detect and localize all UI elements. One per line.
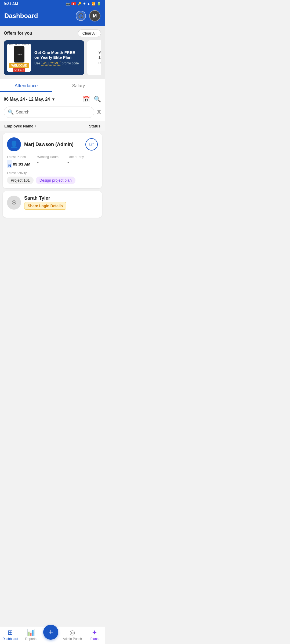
clear-all-button[interactable]: Clear All [78,30,101,37]
filter-icon[interactable]: ⧖ [97,109,101,116]
employee-card-sarah: S Sarah Tyler Share Login Details [3,191,102,218]
avatar-sarah: S [7,196,21,210]
table-header: Employee Name ↓ Status [0,121,105,131]
tag-design-project[interactable]: Design project plan [36,177,75,184]
finger-tap-icon: ☞ [89,141,94,148]
offer-badge: OFFER [13,68,25,72]
offer-phone-mockup: 10:00 [14,46,24,63]
offer-card-text: Get One Month FREE on Yearly Elite Plan … [34,50,79,65]
date-range-value: 06 May, 24 - 12 May, 24 [4,97,50,102]
avatar-letter: M [93,13,97,19]
offers-scroll: FOR LIMITED PERIOD 10:00 WELCOME OFFER G… [4,40,101,77]
activity-tags: Project 101 Design project plan [7,177,98,184]
header: Dashboard 🎧 M [0,8,105,26]
status-icons: 📷 ▶ 🔑 ✦ ▲ 📶 🔋 [66,2,101,6]
offer-badge-top: FOR LIMITED PERIOD [9,44,29,46]
offers-section: Offers for you Clear All FOR LIMITED PER… [0,26,105,79]
tabs-section: Attendance Salary [0,79,105,92]
record-icon: ▶ [71,2,76,5]
search-row: 🔍 ⧖ [0,105,105,121]
tab-salary[interactable]: Salary [52,79,105,92]
card-name-row: 👤 Marj Dawson (Admin) [7,137,74,151]
tab-attendance[interactable]: Attendance [0,79,52,92]
search-input[interactable] [16,110,90,115]
punch-button-marj[interactable]: ☞ [85,138,98,151]
signal-icon: ▲ [87,2,90,6]
offer-line1: Get One Month FREE on Yearly Elite Plan [34,50,79,60]
offer-card-1[interactable]: FOR LIMITED PERIOD 10:00 WELCOME OFFER G… [4,40,84,75]
promo-code: WELCOME [41,61,61,66]
stat-late-early: Late / Early - [67,155,98,168]
column-employee: Employee Name ↓ [4,124,36,128]
stat-latest-punch: Latest Punch →IN 09:03 AM [7,155,37,168]
card-stats: Latest Punch →IN 09:03 AM Working Hours … [7,155,98,168]
page-title: Dashboard [4,12,38,20]
header-icons: 🎧 M [76,10,100,21]
card-top: 👤 Marj Dawson (Admin) ☞ [7,137,98,151]
share-login-badge[interactable]: Share Login Details [24,202,66,210]
search-box: 🔍 [4,107,94,118]
status-time: 9:21 AM [4,2,18,6]
sort-down-icon: ↓ [35,124,36,128]
chevron-down-icon: ▼ [52,97,55,101]
offer-card-2[interactable]: Yo 13 us [87,40,101,75]
punch-value: →IN 09:03 AM [7,160,37,168]
employee-list: 👤 Marj Dawson (Admin) ☞ Latest Punch →IN… [0,131,105,242]
offer2-text: Yo 13 us [99,50,101,66]
punch-in-badge: →IN [7,160,12,168]
offers-title: Offers for you [4,31,32,36]
tag-project101[interactable]: Project 101 [7,177,34,184]
date-row: 06 May, 24 - 12 May, 24 ▼ 📅 🔍 [0,92,105,105]
column-status: Status [89,124,100,128]
employee-card-marj: 👤 Marj Dawson (Admin) ☞ Latest Punch →IN… [3,133,102,188]
card-top-sarah: S Sarah Tyler Share Login Details [7,195,98,210]
date-range-selector[interactable]: 06 May, 24 - 12 May, 24 ▼ [4,97,55,102]
date-action-icons: 📅 🔍 [83,96,101,103]
welcome-badge: WELCOME [9,63,29,68]
bluetooth-icon: ✦ [83,2,86,6]
activity-section: Latest Activity Project 101 Design proje… [7,171,98,184]
offers-header: Offers for you Clear All [4,30,101,37]
calendar-icon[interactable]: 📅 [83,96,90,103]
card-name-row-sarah: S Sarah Tyler Share Login Details [7,195,66,210]
battery-icon: 🔋 [97,2,101,6]
stat-working-hours: Working Hours - [37,155,68,168]
wifi-icon: 📶 [92,2,96,6]
key-icon: 🔑 [78,2,82,6]
employee-name-sarah: Sarah Tyler [24,195,66,201]
offer-promo-line: Use WELCOME promo code [34,61,79,65]
offer-card-image: FOR LIMITED PERIOD 10:00 WELCOME OFFER [7,44,31,72]
camera-icon: 📷 [66,2,70,6]
search-icon: 🔍 [8,109,14,115]
employee-name-marj: Marj Dawson (Admin) [24,142,74,147]
headset-button[interactable]: 🎧 [76,11,86,21]
search-icon-header[interactable]: 🔍 [94,96,101,103]
status-bar: 9:21 AM 📷 ▶ 🔑 ✦ ▲ 📶 🔋 [0,0,105,8]
avatar-marj: 👤 [7,137,21,151]
user-avatar[interactable]: M [89,10,100,21]
